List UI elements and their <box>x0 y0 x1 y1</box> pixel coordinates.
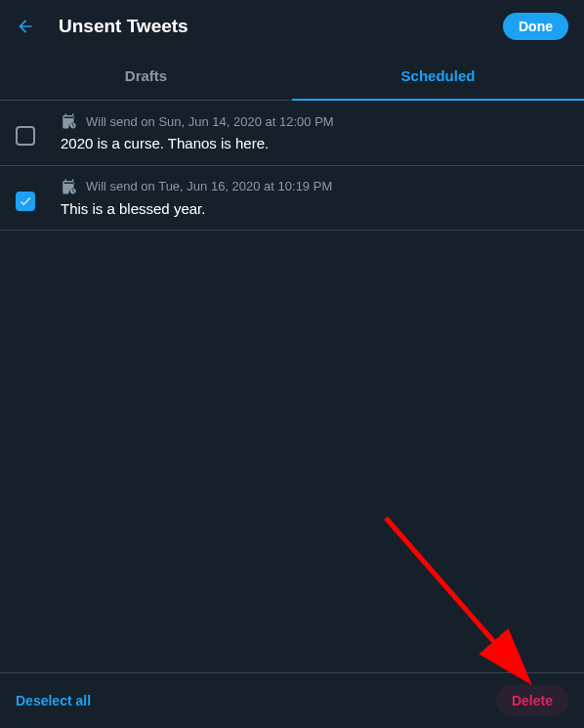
tweet-text: This is a blessed year. <box>61 199 568 219</box>
back-button[interactable] <box>16 17 35 36</box>
checkbox-checked[interactable] <box>16 192 35 211</box>
tweet-content: Will send on Sun, Jun 14, 2020 at 12:00 … <box>61 112 568 153</box>
tweet-item[interactable]: Will send on Tue, Jun 16, 2020 at 10:19 … <box>0 166 584 232</box>
header: Unsent Tweets Done <box>0 0 584 52</box>
schedule-info: Will send on Sun, Jun 14, 2020 at 12:00 … <box>61 112 568 130</box>
tab-scheduled[interactable]: Scheduled <box>292 52 584 100</box>
tweet-text: 2020 is a curse. Thanos is here. <box>61 134 568 153</box>
schedule-text: Will send on Sun, Jun 14, 2020 at 12:00 … <box>86 114 334 129</box>
schedule-info: Will send on Tue, Jun 16, 2020 at 10:19 … <box>61 178 568 195</box>
footer: Deselect all Delete <box>0 672 584 728</box>
calendar-clock-icon <box>61 178 78 195</box>
deselect-all-button[interactable]: Deselect all <box>16 693 91 708</box>
done-button[interactable]: Done <box>503 13 568 40</box>
tweet-item[interactable]: Will send on Sun, Jun 14, 2020 at 12:00 … <box>0 101 584 166</box>
svg-line-1 <box>386 518 522 674</box>
tweet-list: Will send on Sun, Jun 14, 2020 at 12:00 … <box>0 101 584 231</box>
delete-button[interactable]: Delete <box>496 685 568 716</box>
check-icon <box>19 194 32 208</box>
tabs: Drafts Scheduled <box>0 52 584 101</box>
tab-drafts[interactable]: Drafts <box>0 52 292 100</box>
checkbox[interactable] <box>16 126 35 146</box>
back-arrow-icon <box>16 17 35 36</box>
tweet-content: Will send on Tue, Jun 16, 2020 at 10:19 … <box>61 178 568 219</box>
schedule-text: Will send on Tue, Jun 16, 2020 at 10:19 … <box>86 179 332 193</box>
calendar-clock-icon <box>61 112 78 130</box>
page-title: Unsent Tweets <box>59 16 503 37</box>
